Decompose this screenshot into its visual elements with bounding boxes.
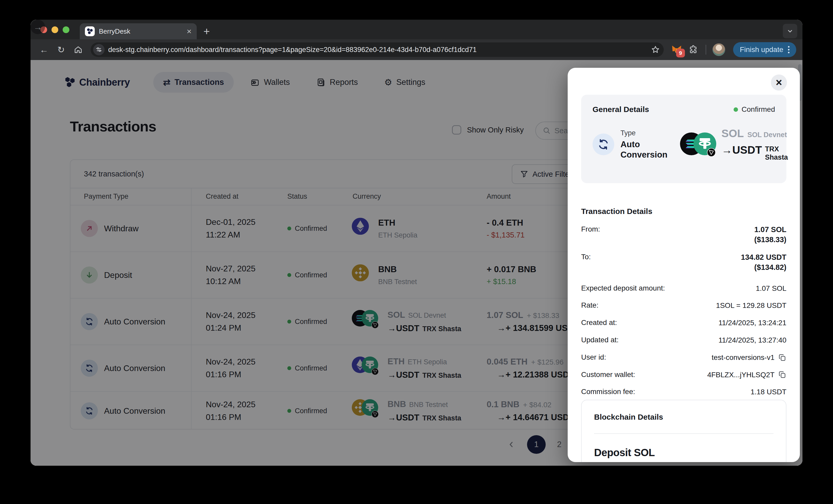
status-badge: Confirmed bbox=[734, 105, 775, 114]
copy-icon[interactable] bbox=[778, 353, 786, 362]
metamask-badge: 9 bbox=[676, 49, 685, 57]
deposit-sol-title: Deposit SOL bbox=[594, 447, 774, 458]
detail-value: 1SOL = 129.28 USDT bbox=[716, 301, 786, 310]
detail-label: From: bbox=[581, 225, 600, 233]
detail-label: Expected deposit amount: bbox=[581, 283, 665, 292]
detail-row: Rate: 1SOL = 129.28 USDT bbox=[581, 301, 786, 310]
detail-row: User id: test-conversions-v1 bbox=[581, 353, 786, 362]
type-label: Type bbox=[620, 129, 680, 137]
conversion-summary: SOL SOL Devnet →USDT TRX Shasta bbox=[680, 127, 788, 162]
close-panel-button[interactable]: × bbox=[771, 75, 787, 91]
minimize-window-button[interactable] bbox=[51, 26, 58, 33]
browser-menu-icon[interactable] bbox=[788, 46, 789, 53]
home-button[interactable] bbox=[71, 43, 86, 57]
page-content: Chainberry ⇄TransactionsWalletsReports⚙S… bbox=[30, 60, 803, 466]
detail-value: 4FBLZX...jYHLSQ2T bbox=[707, 370, 786, 380]
detail-label: To: bbox=[581, 252, 591, 261]
from-symbol: SOL bbox=[721, 127, 744, 140]
detail-value-secondary: ($134.82) bbox=[741, 262, 786, 273]
detail-value: 11/24/2025, 13:27:40 bbox=[718, 335, 786, 345]
detail-row: Created at: 11/24/2025, 13:24:21 bbox=[581, 318, 786, 328]
detail-row: Expected deposit amount: 1.07 SOL bbox=[581, 283, 786, 294]
detail-row: Customer wallet: 4FBLZX...jYHLSQ2T bbox=[581, 370, 786, 380]
detail-value: 134.82 USDT($134.82) bbox=[741, 252, 786, 273]
detail-row: Commission fee: 1.18 USDT bbox=[581, 387, 786, 397]
transaction-detail-panel: × General Details Confirmed T bbox=[568, 68, 800, 462]
copy-icon[interactable] bbox=[778, 371, 786, 379]
to-symbol: →USDT bbox=[721, 144, 762, 156]
detail-label: Created at: bbox=[581, 318, 617, 327]
extensions-area: 9 Finish update bbox=[670, 42, 796, 57]
transaction-details-list: From: 1.07 SOL($138.33) To: 134.82 USDT(… bbox=[581, 225, 786, 404]
browser-tab-strip: BerryDesk × + bbox=[30, 20, 803, 39]
browser-toolbar: ← → ↻ desk-stg.chainberry.com/dashboard/… bbox=[30, 39, 803, 60]
address-bar[interactable]: desk-stg.chainberry.com/dashboard/transa… bbox=[91, 43, 664, 57]
status-dot-icon bbox=[734, 107, 738, 112]
type-value: Auto Conversion bbox=[620, 139, 680, 160]
detail-value: 1.07 SOL bbox=[756, 283, 786, 294]
finish-update-button[interactable]: Finish update bbox=[733, 42, 796, 57]
detail-row: To: 134.82 USDT($134.82) bbox=[581, 252, 786, 273]
forward-button[interactable]: → bbox=[30, 20, 45, 34]
detail-value: 11/24/2025, 13:24:21 bbox=[718, 318, 786, 328]
tab-close-icon[interactable]: × bbox=[187, 27, 192, 35]
trx-badge-icon bbox=[707, 148, 716, 157]
new-tab-button[interactable]: + bbox=[204, 25, 210, 38]
extensions-puzzle-icon[interactable] bbox=[687, 44, 699, 56]
finish-update-label: Finish update bbox=[740, 46, 783, 54]
site-settings-icon[interactable] bbox=[93, 44, 104, 55]
tab-search-button[interactable] bbox=[783, 24, 797, 38]
back-button[interactable]: ← bbox=[37, 43, 51, 57]
toolbar-divider bbox=[706, 45, 706, 55]
general-details-card: General Details Confirmed Type Auto Conv… bbox=[581, 95, 786, 183]
sol-usdt-coin-pair-icon bbox=[680, 132, 716, 156]
browser-tab[interactable]: BerryDesk × bbox=[80, 23, 197, 39]
zoom-window-button[interactable] bbox=[63, 26, 69, 33]
transaction-details-title: Transaction Details bbox=[581, 207, 652, 216]
blockchain-divider bbox=[594, 433, 774, 434]
browser-window: BerryDesk × + ← → ↻ desk-stg.chainberry.… bbox=[30, 20, 803, 466]
general-details-title: General Details bbox=[593, 105, 649, 114]
detail-value: 1.07 SOL($138.33) bbox=[754, 225, 786, 245]
detail-value: 1.18 USDT bbox=[751, 387, 787, 397]
detail-value: test-conversions-v1 bbox=[712, 353, 786, 362]
detail-label: Rate: bbox=[581, 301, 598, 309]
status-text: Confirmed bbox=[742, 105, 775, 114]
detail-value-secondary: ($138.33) bbox=[754, 235, 786, 245]
detail-label: Customer wallet: bbox=[581, 370, 635, 379]
type-block: Type Auto Conversion bbox=[593, 129, 680, 160]
profile-avatar[interactable] bbox=[712, 43, 725, 56]
detail-label: Commission fee: bbox=[581, 387, 635, 396]
detail-label: Updated at: bbox=[581, 335, 619, 344]
tab-title: BerryDesk bbox=[99, 27, 183, 35]
detail-label: User id: bbox=[581, 353, 606, 361]
to-network: TRX Shasta bbox=[765, 144, 788, 162]
chevron-down-icon bbox=[786, 27, 794, 35]
metamask-extension-icon[interactable]: 9 bbox=[670, 44, 683, 56]
berrydesk-favicon-icon bbox=[85, 26, 95, 36]
auto-conversion-icon bbox=[593, 133, 614, 155]
detail-row: From: 1.07 SOL($138.33) bbox=[581, 225, 786, 245]
bookmark-star-icon[interactable] bbox=[651, 45, 660, 54]
blockchain-details-card: Blockchain Details Deposit SOL bbox=[581, 400, 786, 462]
home-icon bbox=[73, 45, 83, 54]
url-text[interactable]: desk-stg.chainberry.com/dashboard/transa… bbox=[108, 46, 647, 54]
reload-button[interactable]: ↻ bbox=[54, 43, 68, 57]
from-network: SOL Devnet bbox=[747, 131, 787, 139]
blockchain-details-title: Blockchain Details bbox=[594, 413, 774, 422]
detail-row: Updated at: 11/24/2025, 13:27:40 bbox=[581, 335, 786, 345]
